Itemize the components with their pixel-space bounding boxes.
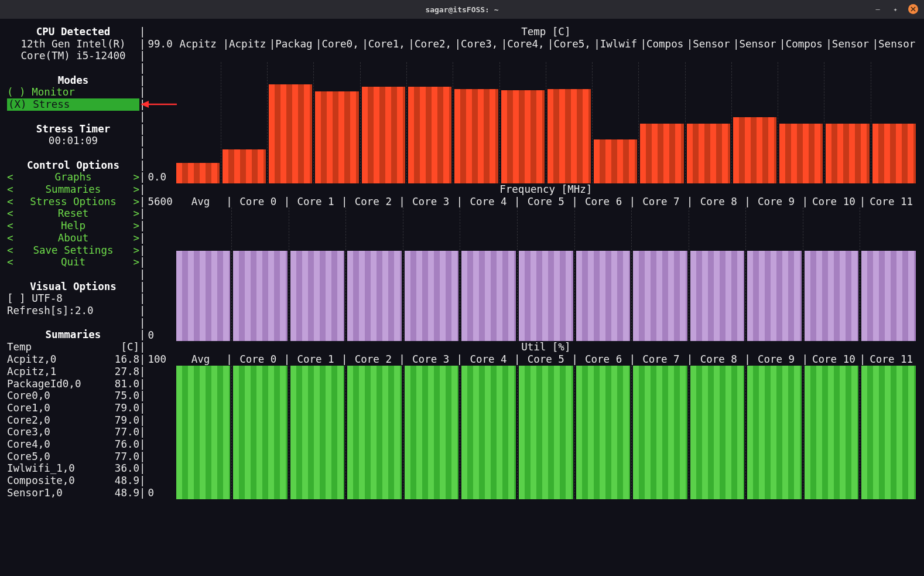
temp-col-label: |Core1,	[360, 38, 406, 50]
control-quit[interactable]: <Quit>	[7, 256, 139, 268]
summary-row: Core0,075.0	[7, 390, 139, 402]
freq-bar	[861, 251, 916, 342]
util-col-label: Core 2	[347, 353, 399, 366]
temp-bar	[547, 89, 591, 183]
freq-col-label: Core 2	[347, 196, 399, 208]
temp-bar	[315, 91, 358, 183]
util-axis-top: 100	[146, 353, 175, 366]
util-bar	[405, 366, 459, 499]
temp-chart-title: Temp [C]	[175, 26, 917, 38]
freq-col-label: Avg	[175, 196, 227, 208]
freq-chart-area	[175, 207, 917, 341]
cpu-detected-heading: CPU Detected	[7, 26, 139, 38]
freq-col-label: Core 11	[865, 196, 917, 208]
util-col-label: Avg	[175, 353, 227, 366]
temp-col-label: |Core3,	[453, 38, 499, 50]
close-icon[interactable]	[908, 4, 918, 14]
control-graphs[interactable]: <Graphs>	[7, 171, 139, 183]
control-about[interactable]: <About>	[7, 232, 139, 244]
freq-bar	[347, 251, 402, 342]
control-help[interactable]: <Help>	[7, 220, 139, 232]
freq-bar	[633, 251, 687, 342]
modes-heading: Modes	[7, 74, 139, 87]
temp-chart-area	[175, 62, 917, 183]
freq-chart-title: Frequency [MHz]	[175, 183, 917, 196]
control-summaries[interactable]: <Summaries>	[7, 183, 139, 196]
temp-col-label: |Compos	[778, 38, 824, 50]
annotation-arrow-icon	[141, 98, 177, 110]
util-col-label: Core 1	[290, 353, 341, 366]
mode-monitor[interactable]: ( ) Monitor	[7, 86, 139, 98]
summary-row: Core4,076.0	[7, 438, 139, 451]
util-col-label: Core 7	[635, 353, 687, 366]
freq-axis-top: 5600	[146, 196, 175, 208]
freq-bar	[233, 251, 288, 342]
util-bar	[290, 366, 345, 499]
freq-col-label: Core 0	[232, 196, 284, 208]
window-title: sagar@itsFOSS: ~	[425, 5, 498, 14]
temp-bar	[640, 124, 683, 183]
temp-bar	[594, 139, 637, 183]
summary-row: Core1,079.0	[7, 402, 139, 414]
util-col-label: Core 10	[808, 353, 860, 366]
freq-col-label: Core 6	[578, 196, 629, 208]
util-col-label: Core 9	[751, 353, 802, 366]
temp-bar	[454, 89, 498, 183]
temp-col-label: |Core4,	[499, 38, 546, 50]
freq-col-label: Core 8	[693, 196, 744, 208]
temp-col-label: |Packag	[268, 38, 314, 50]
freq-bar	[461, 251, 516, 342]
util-bar	[347, 366, 402, 499]
minimize-icon[interactable]: —	[873, 5, 882, 14]
util-bar	[861, 366, 916, 499]
visual-utf8[interactable]: [ ] UTF-8	[7, 292, 139, 305]
summary-row: Iwlwifi_1,036.0	[7, 462, 139, 475]
util-axis-bot: 0	[148, 487, 175, 499]
util-bar	[633, 366, 687, 499]
control-reset[interactable]: <Reset>	[7, 207, 139, 220]
summary-row: Acpitz,127.8	[7, 366, 139, 378]
svg-marker-1	[141, 101, 149, 108]
temp-col-label: |Core5,	[546, 38, 592, 50]
util-chart-title: Util [%]	[175, 341, 917, 353]
temp-col-label: |Core0,	[314, 38, 360, 50]
terminal-body: CPU Detected | Temp [C] 12th Gen Intel(R…	[0, 19, 924, 576]
temp-bar	[362, 87, 405, 183]
summaries-header: Temp[C]	[7, 341, 139, 353]
summary-row: Composite,048.9	[7, 475, 139, 487]
control-stress-options[interactable]: <Stress Options>	[7, 196, 139, 208]
util-bar	[461, 366, 516, 499]
util-col-label: Core 4	[463, 353, 514, 366]
util-col-label: Core 5	[520, 353, 571, 366]
stress-timer-heading: Stress Timer	[7, 123, 139, 135]
temp-bar	[779, 124, 823, 183]
freq-col-label: Core 5	[520, 196, 571, 208]
temp-bar	[176, 163, 220, 183]
summary-row: Core5,077.0	[7, 451, 139, 463]
freq-col-label: Core 9	[751, 196, 802, 208]
stress-timer-value: 00:01:09	[7, 135, 139, 147]
util-bar	[690, 366, 745, 499]
freq-col-label: Core 10	[808, 196, 860, 208]
freq-bar	[405, 251, 459, 342]
control-save-settings[interactable]: <Save Settings>	[7, 244, 139, 257]
util-bar	[176, 366, 231, 499]
titlebar: sagar@itsFOSS: ~ — ✦	[0, 0, 924, 19]
summary-row: PackageId0,081.0	[7, 378, 139, 390]
summary-row: Sensor1,048.9	[7, 487, 139, 499]
freq-bar	[747, 251, 802, 342]
util-col-label: Core 0	[232, 353, 284, 366]
freq-col-label: Core 4	[463, 196, 514, 208]
util-bar	[747, 366, 802, 499]
temp-bar	[269, 84, 312, 183]
freq-bar	[690, 251, 745, 342]
util-chart-labels: Avg|Core 0|Core 1|Core 2|Core 3|Core 4|C…	[175, 353, 917, 366]
util-col-label: Core 11	[865, 353, 917, 366]
temp-bar	[501, 90, 545, 183]
freq-bar	[176, 251, 231, 342]
util-col-label: Core 8	[693, 353, 744, 366]
temp-col-label: |Sensor	[731, 38, 778, 50]
mode-stress-selected[interactable]: (X) Stress	[7, 98, 139, 111]
maximize-icon[interactable]: ✦	[891, 5, 900, 14]
temp-axis-bot: 0.0	[148, 171, 175, 183]
